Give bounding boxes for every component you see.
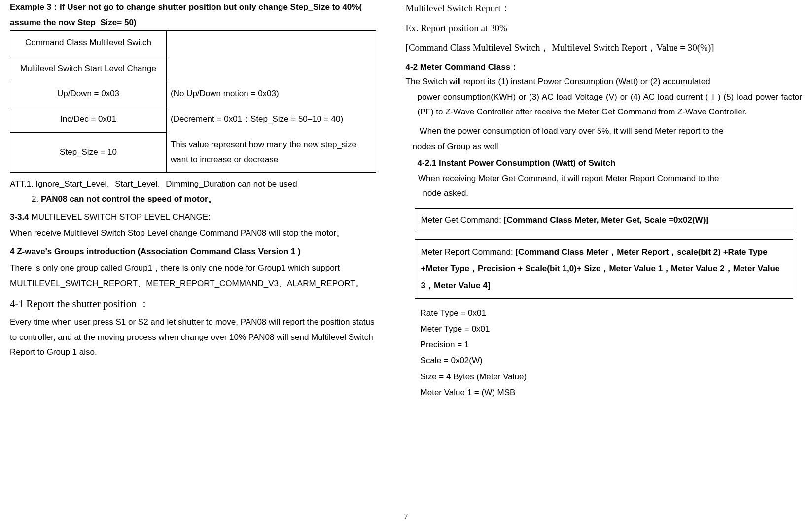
section-4-2-1-body: When receiving Meter Get Command, it wil… — [406, 171, 802, 201]
h334-prefix: 3-3.4 — [10, 212, 31, 222]
meter-params: Rate Type = 0x01 Meter Type = 0x01 Preci… — [406, 305, 802, 401]
section-4-body: There is only one group called Group1，th… — [10, 261, 376, 291]
section-4-2-note: When the power consumption of load vary … — [406, 124, 802, 154]
h334-rest: MULTILEVEL SWITCH STOP LEVEL CHANGE: — [31, 212, 210, 222]
section-3-3-4-body: When receive Multilevel Switch Stop Leve… — [10, 226, 376, 241]
param-size: Size = 4 Bytes (Meter Value) — [421, 369, 802, 385]
box2-prefix: Meter Report Command: — [421, 247, 516, 257]
param-meter-type: Meter Type = 0x01 — [421, 321, 802, 337]
page-number: 7 — [404, 510, 408, 523]
table-cell: (No Up/Down motion = 0x03) — [167, 81, 376, 107]
table-cell — [167, 31, 376, 56]
section-4-heading: 4 Z-wave's Groups introduction (Associat… — [10, 244, 376, 260]
section-4-2-heading: 4-2 Meter Command Class： — [406, 60, 802, 75]
table-cell: This value represent how many the new st… — [167, 132, 376, 173]
multilevel-switch-report-heading: Multilevel Switch Report： — [406, 0, 802, 17]
section-4-1-heading: 4-1 Report the shutter position ： — [10, 295, 376, 314]
att2-prefix: 2. — [32, 194, 41, 204]
param-rate-type: Rate Type = 0x01 — [421, 305, 802, 321]
table-cell: Up/Down = 0x03 — [10, 81, 167, 107]
param-precision: Precision = 1 — [421, 337, 802, 353]
table-cell: Multilevel Switch Start Level Change — [10, 56, 167, 81]
att-note-1: ATT.1. Ignore_Start_Level、Start_Level、Di… — [10, 177, 376, 192]
example3-table: Command Class Multilevel Switch Multilev… — [10, 30, 376, 173]
table-cell: Command Class Multilevel Switch — [10, 31, 167, 56]
p42-firstline: The Switch will report its (1) instant P… — [406, 77, 710, 86]
att2-bold: PAN08 can not control the speed of motor… — [41, 194, 216, 204]
table-cell: (Decrement = 0x01：Step_Size = 50–10 = 40… — [167, 107, 376, 132]
msr-command-line: [Command Class Multilevel Switch， Multil… — [406, 39, 802, 56]
box2-text: Meter Report Command: [Command Class Met… — [421, 247, 780, 290]
section-4-1-body: Every time when user press S1 or S2 and … — [10, 315, 376, 360]
table-cell: Inc/Dec = 0x01 — [10, 107, 167, 132]
att-note-2: 2. PAN08 can not control the speed of mo… — [10, 192, 376, 207]
param-scale: Scale = 0x02(W) — [421, 353, 802, 369]
box1-prefix: Meter Get Command: — [421, 215, 504, 224]
meter-get-box: Meter Get Command: [Command Class Meter,… — [415, 208, 793, 232]
param-meter-value-1: Meter Value 1 = (W) MSB — [421, 385, 802, 401]
p42-rest: power consumption(KWH) or (3) AC load Vo… — [406, 90, 802, 120]
table-cell — [167, 56, 376, 81]
meter-report-box: Meter Report Command: [Command Class Met… — [415, 239, 793, 299]
section-3-3-4-heading: 3-3.4 MULTILEVEL SWITCH STOP LEVEL CHANG… — [10, 210, 376, 225]
section-4-2-1-heading: 4-2.1 Instant Power Consumption (Watt) o… — [406, 156, 802, 171]
box1-bold: [Command Class Meter, Meter Get, Scale =… — [504, 215, 708, 224]
table-cell: Step_Size = 10 — [10, 132, 167, 173]
example3-title: Example 3：If User not go to change shutt… — [10, 0, 376, 30]
msr-example-line: Ex. Report position at 30% — [406, 20, 802, 37]
section-4-2-body: The Switch will report its (1) instant P… — [406, 75, 802, 120]
